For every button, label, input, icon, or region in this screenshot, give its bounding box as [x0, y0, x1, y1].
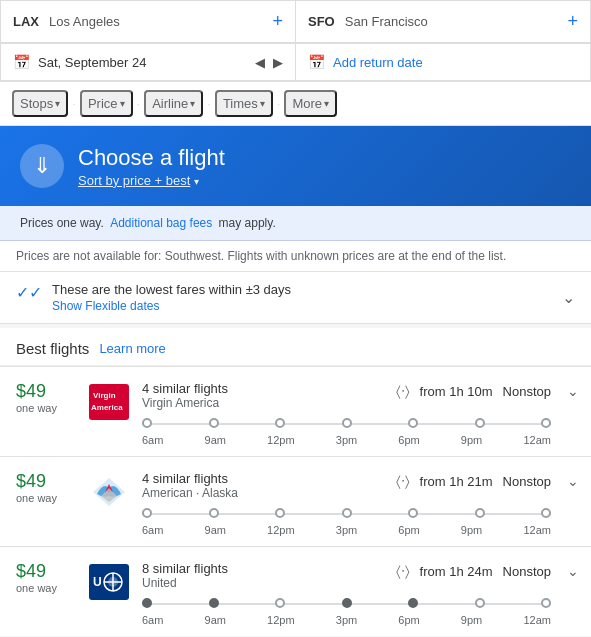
price-col-0: $49 one way — [16, 381, 76, 414]
airline-name-0: Virgin America — [142, 396, 228, 410]
price-col-1: $49 one way — [16, 471, 76, 504]
calendar-icon: 📅 — [13, 54, 30, 70]
svg-text:Virgin: Virgin — [93, 391, 116, 400]
download-icon-circle: ⇓ — [20, 144, 64, 188]
stops-filter-btn[interactable]: Stops ▾ — [12, 90, 68, 117]
check-icon: ✓✓ — [16, 283, 42, 302]
price-amount-0: $49 — [16, 381, 76, 402]
flexible-dates-link[interactable]: Show Flexible dates — [52, 299, 291, 313]
airline-chevron-icon: ▾ — [190, 98, 195, 109]
price-amount-2: $49 — [16, 561, 76, 582]
origin-field[interactable]: LAX Los Angeles + — [0, 0, 296, 43]
duration-2: from 1h 24m — [420, 564, 493, 579]
bag-fees-link[interactable]: Additional bag fees — [110, 216, 212, 230]
lowest-fares-expand-btn[interactable]: ⌄ — [562, 288, 575, 307]
svg-rect-0 — [89, 384, 129, 420]
similar-flights-0: 4 similar flights — [142, 381, 228, 396]
dest-name: San Francisco — [345, 14, 428, 29]
svg-text:U: U — [93, 575, 102, 589]
origin-code: LAX — [13, 14, 39, 29]
more-chevron-icon: ▾ — [324, 98, 329, 109]
origin-name: Los Angeles — [49, 14, 120, 29]
similar-flights-2: 8 similar flights — [142, 561, 228, 576]
flight-info-2: 8 similar flights United 〈⋅〉 from 1h 24m… — [142, 561, 575, 626]
nonstop-2: Nonstop — [503, 564, 551, 579]
price-col-2: $49 one way — [16, 561, 76, 594]
airline-name-2: United — [142, 576, 228, 590]
expand-row-btn-1[interactable]: ⌄ — [567, 473, 579, 489]
timeline-1: 6am9am12pm3pm6pm9pm12am — [142, 508, 551, 536]
airline-logo-2: U — [88, 561, 130, 603]
results-container: Best flights Learn more $49 one way Virg… — [0, 328, 591, 636]
timeline-0: 6am9am12pm3pm6pm9pm12am — [142, 418, 551, 446]
price-sub-1: one way — [16, 492, 76, 504]
expand-row-btn-0[interactable]: ⌄ — [567, 383, 579, 399]
price-sub-2: one way — [16, 582, 76, 594]
times-chevron-icon: ▾ — [260, 98, 265, 109]
more-filter-btn[interactable]: More ▾ — [284, 90, 337, 117]
dest-plus-btn[interactable]: + — [567, 11, 578, 32]
best-flights-header: Best flights Learn more — [0, 328, 591, 366]
flight-info-0: 4 similar flights Virgin America 〈⋅〉 fro… — [142, 381, 575, 446]
duration-0: from 1h 10m — [420, 384, 493, 399]
price-note-bar: Prices one way. Additional bag fees may … — [0, 206, 591, 241]
airline-name-1: American · Alaska — [142, 486, 238, 500]
price-chevron-icon: ▾ — [120, 98, 125, 109]
price-filter-btn[interactable]: Price ▾ — [80, 90, 133, 117]
departure-date: Sat, September 24 — [38, 55, 146, 70]
sort-label[interactable]: Sort by price + best ▾ — [78, 173, 225, 188]
airline-logo-1 — [88, 471, 130, 513]
nonstop-0: Nonstop — [503, 384, 551, 399]
date-next-btn[interactable]: ▶ — [273, 55, 283, 70]
airline-logo-0: Virgin America — [88, 381, 130, 423]
flight-row-2[interactable]: $49 one way U 8 similar flights United — [0, 546, 591, 636]
sort-chevron-icon: ▾ — [194, 176, 199, 187]
filter-bar: Stops ▾ · Price ▾ · Airline ▾ · Times ▾ … — [0, 82, 591, 126]
departure-date-field[interactable]: 📅 Sat, September 24 ◀ ▶ — [0, 44, 296, 81]
date-prev-btn[interactable]: ◀ — [255, 55, 265, 70]
dest-code: SFO — [308, 14, 335, 29]
return-date-field[interactable]: 📅 Add return date — [296, 44, 591, 81]
choose-flight-title: Choose a flight — [78, 145, 225, 171]
best-flights-label: Best flights — [16, 340, 89, 357]
wifi-icon-0: 〈⋅〉 — [396, 383, 410, 400]
date-bar: 📅 Sat, September 24 ◀ ▶ 📅 Add return dat… — [0, 44, 591, 82]
lowest-fares-bar: ✓✓ These are the lowest fares within ±3 … — [0, 272, 591, 324]
add-return-date[interactable]: Add return date — [333, 55, 423, 70]
flight-row[interactable]: $49 one way Virgin America 4 similar fli… — [0, 366, 591, 456]
flight-row-1[interactable]: $49 one way 4 similar flights American ·… — [0, 456, 591, 546]
flight-info-1: 4 similar flights American · Alaska 〈⋅〉 … — [142, 471, 575, 536]
wifi-icon-1: 〈⋅〉 — [396, 473, 410, 490]
stops-chevron-icon: ▾ — [55, 98, 60, 109]
search-bar: LAX Los Angeles + SFO San Francisco + — [0, 0, 591, 44]
wifi-icon-2: 〈⋅〉 — [396, 563, 410, 580]
similar-flights-1: 4 similar flights — [142, 471, 238, 486]
airline-filter-btn[interactable]: Airline ▾ — [144, 90, 203, 117]
expand-row-btn-2[interactable]: ⌄ — [567, 563, 579, 579]
dest-field[interactable]: SFO San Francisco + — [296, 0, 591, 43]
nonstop-1: Nonstop — [503, 474, 551, 489]
duration-1: from 1h 21m — [420, 474, 493, 489]
lowest-fares-text: These are the lowest fares within ±3 day… — [52, 282, 291, 297]
svg-text:America: America — [91, 403, 123, 412]
times-filter-btn[interactable]: Times ▾ — [215, 90, 273, 117]
return-calendar-icon: 📅 — [308, 54, 325, 70]
learn-more-link[interactable]: Learn more — [99, 341, 165, 356]
choose-flight-header: ⇓ Choose a flight Sort by price + best ▾ — [0, 126, 591, 206]
price-sub-0: one way — [16, 402, 76, 414]
unavailable-note: Prices are not available for: Southwest.… — [0, 241, 591, 272]
timeline-2: 6am9am12pm3pm6pm9pm12am — [142, 598, 551, 626]
origin-plus-btn[interactable]: + — [272, 11, 283, 32]
price-amount-1: $49 — [16, 471, 76, 492]
